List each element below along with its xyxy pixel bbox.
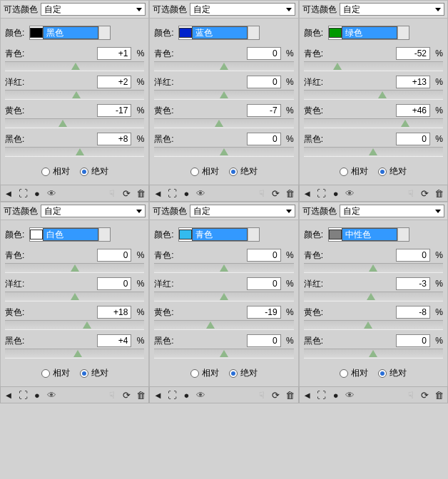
slider-thumb-yellow[interactable] xyxy=(401,120,409,127)
slider-input-magenta[interactable] xyxy=(396,76,430,88)
slider-input-black[interactable] xyxy=(97,133,131,145)
slider-input-magenta[interactable] xyxy=(97,76,131,88)
color-dropdown-chev[interactable] xyxy=(98,228,110,241)
trash-icon[interactable]: 🗑 xyxy=(136,390,146,400)
slider-track-yellow[interactable] xyxy=(304,320,443,330)
slider-track-cyan[interactable] xyxy=(154,61,293,71)
reset-icon[interactable]: ⟳ xyxy=(121,188,131,198)
color-dropdown-chev[interactable] xyxy=(248,26,259,39)
color-dropdown[interactable]: 青色 xyxy=(178,227,260,242)
trash-icon[interactable]: 🗑 xyxy=(285,188,295,198)
slider-track-yellow[interactable] xyxy=(304,118,443,128)
color-dropdown-chev[interactable] xyxy=(397,26,409,39)
color-dropdown[interactable]: 白色 xyxy=(29,227,111,242)
radio-absolute[interactable]: 绝对 xyxy=(229,367,258,379)
slider-thumb-cyan[interactable] xyxy=(369,264,377,272)
slider-thumb-black[interactable] xyxy=(220,148,228,155)
radio-relative[interactable]: 相对 xyxy=(190,165,219,177)
slider-track-yellow[interactable] xyxy=(154,118,293,128)
slider-track-cyan[interactable] xyxy=(154,263,293,273)
back-icon[interactable]: ◄ xyxy=(302,188,312,198)
slider-track-yellow[interactable] xyxy=(5,118,144,128)
radio-relative[interactable]: 相对 xyxy=(41,367,70,379)
slider-thumb-magenta[interactable] xyxy=(72,91,81,98)
slider-track-magenta[interactable] xyxy=(154,90,293,100)
radio-relative[interactable]: 相对 xyxy=(340,165,368,177)
back-icon[interactable]: ◄ xyxy=(153,390,163,400)
slider-thumb-cyan[interactable] xyxy=(71,264,79,272)
preset-dropdown[interactable]: 自定 xyxy=(340,3,444,16)
slider-input-magenta[interactable] xyxy=(247,277,281,290)
trash-icon[interactable]: 🗑 xyxy=(285,390,295,400)
mask-icon[interactable]: ● xyxy=(181,188,191,198)
back-icon[interactable]: ◄ xyxy=(302,390,312,400)
slider-track-magenta[interactable] xyxy=(304,90,443,100)
slider-thumb-yellow[interactable] xyxy=(83,321,91,329)
slider-input-yellow[interactable] xyxy=(97,104,131,117)
slider-thumb-magenta[interactable] xyxy=(220,293,228,300)
radio-absolute[interactable]: 绝对 xyxy=(229,165,258,177)
eye-icon[interactable]: 👁 xyxy=(46,390,56,400)
expand-icon[interactable]: ⛶ xyxy=(317,390,327,400)
preset-dropdown[interactable]: 自定 xyxy=(190,3,295,16)
color-dropdown[interactable]: 黑色 xyxy=(29,26,111,40)
mask-icon[interactable]: ● xyxy=(331,390,341,400)
slider-track-magenta[interactable] xyxy=(5,292,144,302)
eye-icon[interactable]: 👁 xyxy=(195,188,205,198)
slider-input-cyan[interactable] xyxy=(247,249,281,262)
color-dropdown-chev[interactable] xyxy=(248,228,259,241)
slider-input-black[interactable] xyxy=(247,133,281,145)
slider-thumb-yellow[interactable] xyxy=(364,321,372,329)
mask-icon[interactable]: ● xyxy=(181,390,191,400)
slider-track-black[interactable] xyxy=(5,147,144,157)
slider-input-yellow[interactable] xyxy=(396,104,430,117)
slider-thumb-magenta[interactable] xyxy=(71,293,79,300)
slider-thumb-magenta[interactable] xyxy=(220,91,228,98)
slider-input-black[interactable] xyxy=(97,334,131,347)
slider-thumb-cyan[interactable] xyxy=(220,63,228,70)
slider-thumb-cyan[interactable] xyxy=(71,63,80,70)
slider-track-magenta[interactable] xyxy=(154,292,293,302)
color-dropdown[interactable]: 绿色 xyxy=(328,26,409,40)
radio-relative[interactable]: 相对 xyxy=(190,367,219,379)
trash-icon[interactable]: 🗑 xyxy=(434,188,444,198)
slider-track-black[interactable] xyxy=(154,147,293,157)
reset-icon[interactable]: ⟳ xyxy=(420,188,430,198)
slider-input-black[interactable] xyxy=(247,334,281,347)
eye-icon[interactable]: 👁 xyxy=(345,188,355,198)
color-dropdown[interactable]: 蓝色 xyxy=(178,26,260,40)
slider-track-cyan[interactable] xyxy=(304,61,443,71)
mask-icon[interactable]: ● xyxy=(32,390,42,400)
slider-input-black[interactable] xyxy=(396,133,430,145)
slider-track-magenta[interactable] xyxy=(304,292,443,302)
color-dropdown[interactable]: 中性色 xyxy=(328,227,409,242)
expand-icon[interactable]: ⛶ xyxy=(18,188,28,198)
reset-icon[interactable]: ⟳ xyxy=(271,188,281,198)
expand-icon[interactable]: ⛶ xyxy=(18,390,28,400)
slider-thumb-black[interactable] xyxy=(369,350,377,357)
slider-input-yellow[interactable] xyxy=(247,306,281,319)
slider-input-cyan[interactable] xyxy=(396,47,430,60)
slider-input-yellow[interactable] xyxy=(97,306,131,319)
mask-icon[interactable]: ● xyxy=(32,188,42,198)
mask-icon[interactable]: ● xyxy=(331,188,341,198)
radio-absolute[interactable]: 绝对 xyxy=(80,165,108,177)
back-icon[interactable]: ◄ xyxy=(4,390,14,400)
slider-thumb-cyan[interactable] xyxy=(333,63,342,70)
back-icon[interactable]: ◄ xyxy=(153,188,163,198)
slider-thumb-cyan[interactable] xyxy=(220,264,228,272)
slider-track-black[interactable] xyxy=(304,147,443,157)
radio-relative[interactable]: 相对 xyxy=(41,165,70,177)
slider-track-yellow[interactable] xyxy=(154,320,293,330)
slider-thumb-black[interactable] xyxy=(220,350,228,357)
back-icon[interactable]: ◄ xyxy=(4,188,14,198)
slider-thumb-yellow[interactable] xyxy=(215,120,223,127)
slider-track-yellow[interactable] xyxy=(5,320,144,330)
slider-track-cyan[interactable] xyxy=(5,263,144,273)
radio-absolute[interactable]: 绝对 xyxy=(80,367,108,379)
preset-dropdown[interactable]: 自定 xyxy=(190,205,295,217)
slider-input-cyan[interactable] xyxy=(97,249,131,262)
reset-icon[interactable]: ⟳ xyxy=(420,390,430,400)
slider-track-cyan[interactable] xyxy=(304,263,443,273)
slider-input-yellow[interactable] xyxy=(396,306,430,319)
